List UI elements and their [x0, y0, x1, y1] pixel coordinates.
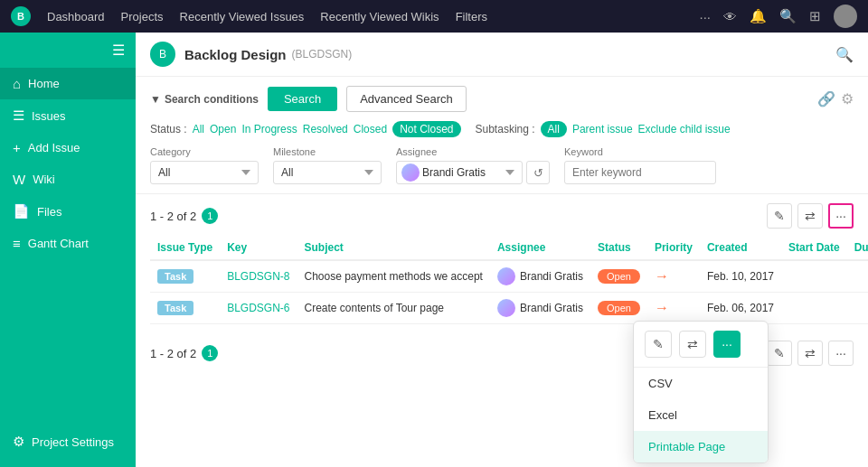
results-badge: 1 [202, 208, 218, 224]
sidebar-label-add-issue: Add Issue [28, 141, 80, 154]
footer-results-badge: 1 [202, 345, 218, 361]
status-filter: Status : All Open In Progress Resolved C… [150, 121, 854, 137]
grid-icon[interactable]: ⊞ [809, 8, 821, 24]
more-options-dropdown: ✎ ⇄ ··· CSV Excel Printable Page [633, 321, 769, 463]
sidebar-item-add-issue[interactable]: + Add Issue [0, 132, 136, 163]
nav-recently-wikis[interactable]: Recently Viewed Wikis [320, 10, 439, 23]
milestone-select[interactable]: All [273, 161, 382, 184]
edit-icon-btn[interactable]: ✎ [767, 203, 792, 229]
cell-due-date [847, 260, 868, 293]
dropdown-csv[interactable]: CSV [634, 368, 768, 399]
advanced-search-button[interactable]: Advanced Search [346, 86, 467, 112]
sidebar-label-files: Files [37, 205, 61, 219]
col-status: Status [590, 236, 647, 260]
search-conditions-header: ▼ Search conditions Search Advanced Sear… [150, 86, 854, 112]
col-start-date: Start Date [781, 236, 847, 260]
sidebar-label-issues: Issues [32, 109, 66, 123]
nav-filters[interactable]: Filters [456, 10, 487, 23]
status-in-progress[interactable]: In Progress [241, 123, 297, 135]
col-created: Created [700, 236, 781, 260]
sidebar-item-wiki[interactable]: W Wiki [0, 163, 136, 195]
popup-header: ✎ ⇄ ··· [634, 322, 768, 368]
cell-assignee: Brandi Gratis [490, 260, 590, 293]
category-select[interactable]: All [150, 161, 259, 184]
dropdown-excel[interactable]: Excel [634, 399, 768, 431]
sidebar-hamburger[interactable]: ☰ [0, 33, 136, 68]
table-row: Task BLGDSGN-6 Create contents of Tour p… [150, 293, 868, 324]
sidebar-label-gantt: Gantt Chart [28, 237, 89, 250]
subtask-parent-issue[interactable]: Parent issue [572, 123, 633, 135]
dropdown-printable[interactable]: Printable Page [634, 431, 768, 462]
settings-icon: ⚙ [13, 434, 24, 450]
keyword-label: Keyword [564, 146, 716, 157]
col-issue-type: Issue Type [150, 236, 220, 260]
status-resolved[interactable]: Resolved [303, 123, 348, 135]
search-button[interactable]: Search [268, 87, 337, 111]
sidebar-item-gantt[interactable]: ≡ Gantt Chart [0, 228, 136, 259]
app-logo: B [11, 6, 31, 26]
cell-start-date [781, 293, 847, 324]
cell-created: Feb. 10, 2017 [700, 260, 781, 293]
subtask-exclude-child[interactable]: Exclude child issue [638, 123, 731, 135]
col-due-date: Due date [847, 236, 868, 260]
status-open[interactable]: Open [210, 123, 236, 135]
cell-created: Feb. 06, 2017 [700, 293, 781, 324]
nav-dashboard[interactable]: Dashboard [47, 10, 105, 23]
status-filter-label: Status : [150, 123, 187, 135]
settings-icon-btn[interactable]: ⇄ [797, 203, 823, 229]
cell-start-date [781, 260, 847, 293]
project-key: (BLGDSGN) [292, 48, 353, 61]
eye-icon[interactable]: 👁 [723, 9, 737, 24]
sidebar-item-issues[interactable]: ☰ Issues [0, 99, 136, 132]
nav-recently-issues[interactable]: Recently Viewed Issues [180, 10, 305, 23]
project-icon: B [150, 42, 175, 67]
user-avatar[interactable] [834, 5, 857, 28]
home-icon: ⌂ [13, 76, 21, 91]
link-icon[interactable]: 🔗 [817, 90, 835, 107]
footer-results-count: 1 - 2 of 2 1 [150, 345, 218, 361]
content-header: B Backlog Design (BLGDSGN) 🔍 [136, 33, 868, 77]
results-section: 1 - 2 of 2 1 ✎ ⇄ ··· Issue Type Key Subj… [136, 194, 868, 333]
assignee-refresh-button[interactable]: ↺ [526, 161, 550, 184]
top-nav-right: ··· 👁 🔔 🔍 ⊞ [699, 5, 857, 28]
sidebar-item-home[interactable]: ⌂ Home [0, 68, 136, 99]
files-icon: 📄 [13, 203, 30, 219]
footer-settings-btn[interactable]: ⇄ [797, 341, 823, 366]
collapse-button[interactable]: ▼ Search conditions [150, 93, 259, 106]
cell-assignee: Brandi Gratis [490, 293, 590, 324]
popup-edit-btn[interactable]: ✎ [645, 331, 672, 358]
keyword-input[interactable] [564, 161, 716, 184]
footer-edit-btn[interactable]: ✎ [767, 341, 792, 366]
sidebar-item-project-settings[interactable]: ⚙ Project Settings [0, 425, 136, 458]
footer-more-btn[interactable]: ··· [828, 341, 854, 366]
col-key: Key [220, 236, 297, 260]
bell-icon[interactable]: 🔔 [750, 8, 767, 24]
filter-icon[interactable]: ⚙ [841, 90, 854, 107]
status-all[interactable]: All [193, 123, 204, 135]
cell-key[interactable]: BLGDSGN-8 [220, 260, 297, 293]
content-search-icon[interactable]: 🔍 [835, 46, 854, 63]
cell-type: Task [150, 293, 220, 324]
search-section: ▼ Search conditions Search Advanced Sear… [136, 77, 868, 194]
sidebar-label-project-settings: Project Settings [32, 435, 114, 449]
popup-more-btn[interactable]: ··· [713, 331, 741, 358]
sidebar-item-files[interactable]: 📄 Files [0, 195, 136, 228]
status-closed[interactable]: Closed [354, 123, 387, 135]
filter-form-row: Category All Milestone All Assignee [150, 146, 854, 184]
more-icon[interactable]: ··· [699, 9, 711, 24]
status-not-closed[interactable]: Not Closed [392, 121, 460, 137]
cell-subject[interactable]: Choose payment methods we accept [297, 260, 490, 293]
col-priority: Priority [647, 236, 700, 260]
cell-key[interactable]: BLGDSGN-6 [220, 293, 297, 324]
search-icon[interactable]: 🔍 [779, 8, 797, 24]
nav-projects[interactable]: Projects [121, 10, 164, 23]
cell-due-date [847, 293, 868, 324]
milestone-group: Milestone All [273, 146, 382, 184]
issues-icon: ☰ [13, 107, 24, 124]
cell-status: Open [590, 260, 647, 293]
cell-subject[interactable]: Create contents of Tour page [297, 293, 490, 324]
cell-priority: → [647, 293, 700, 324]
more-options-btn[interactable]: ··· [828, 203, 854, 229]
popup-settings-btn[interactable]: ⇄ [679, 331, 706, 358]
subtask-all[interactable]: All [541, 121, 567, 137]
